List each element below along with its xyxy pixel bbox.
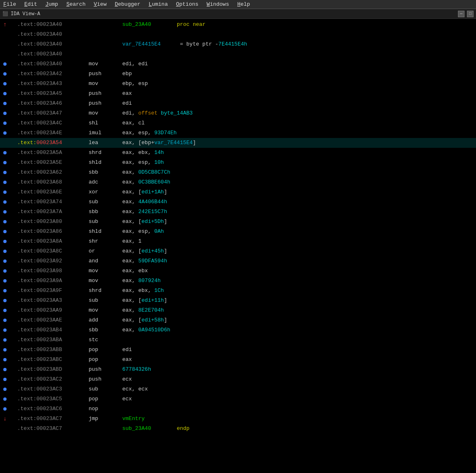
code-line: .text:00023A5E shld eax, esp, 10h — [0, 158, 476, 168]
minimize-button[interactable]: — — [458, 11, 465, 17]
code-line: .text:00023ABA stc — [0, 335, 476, 345]
code-line: .text:00023A47 mov edi, offset byte_14AB… — [0, 108, 476, 118]
arrow-down-red: ↓ — [3, 414, 7, 424]
arrow-up-red: ↑ — [3, 20, 7, 30]
ida-icon: ⬛ — [2, 11, 8, 16]
code-line: .text:00023A9A mov eax, 807924h — [0, 276, 476, 286]
code-line: .text:00023A74 sub eax, 4A406B44h — [0, 197, 476, 207]
code-line: .text:00023A86 shld eax, esp, 0Ah — [0, 227, 476, 236]
code-line-highlight: .text:00023A54 lea eax, [ebp+var_7E4415E… — [0, 138, 476, 148]
code-line: .text:00023ABC pop eax — [0, 355, 476, 365]
code-line: .text:00023AC3 sub ecx, ecx — [0, 384, 476, 394]
code-line: .text:00023A92 and eax, 59DFA594h — [0, 256, 476, 266]
menu-help[interactable]: Help — [236, 1, 252, 7]
code-line: .text:00023A62 sbb eax, 0D5CB8C7Ch — [0, 168, 476, 177]
code-line: .text:00023A8C or eax, [edi+45h] — [0, 246, 476, 256]
menu-edit[interactable]: Edit — [23, 1, 39, 7]
menu-search[interactable]: Search — [65, 1, 87, 7]
code-line: .text:00023A8A shr eax, 1 — [0, 236, 476, 246]
menu-debugger[interactable]: Debugger — [113, 1, 142, 7]
code-line: .text:00023A98 mov eax, ebx — [0, 266, 476, 276]
code-line: .text:00023A40 — [0, 30, 476, 39]
code-line: .text:00023A46 push edi — [0, 99, 476, 108]
code-line: .text:00023A4E imul eax, esp, 93D74Eh — [0, 128, 476, 138]
code-line: .text:00023A45 push eax — [0, 89, 476, 99]
code-line: .text:00023A43 mov ebp, esp — [0, 79, 476, 89]
titlebar: ⬛ IDA View-A — □ — [0, 9, 476, 19]
code-line: .text:00023AC6 nop — [0, 404, 476, 414]
code-area: ↑ .text:00023A40 sub_23A40 proc near .te… — [0, 19, 476, 473]
code-line: .text:00023ABD push 67784326h — [0, 365, 476, 374]
code-line: .text:00023AA3 sub eax, [edi+11h] — [0, 296, 476, 305]
code-line: .text:00023AA9 mov eax, 8E2E704h — [0, 305, 476, 315]
menubar: File Edit Jump Search View Debugger Lumi… — [0, 0, 476, 9]
code-line: .text:00023A80 sub eax, [edi+5Dh] — [0, 217, 476, 227]
menu-options[interactable]: Options — [174, 1, 200, 7]
code-line: .text:00023AC5 pop ecx — [0, 394, 476, 404]
code-line: .text:00023A42 push ebp — [0, 69, 476, 79]
code-line: ↑ .text:00023A40 sub_23A40 proc near — [0, 20, 476, 30]
window-title: IDA View-A — [11, 11, 40, 17]
code-line: .text:00023A68 adc eax, 0C3BBE604h — [0, 177, 476, 187]
code-line: .text:00023A9F shrd eax, ebx, 1Ch — [0, 286, 476, 296]
menu-jump[interactable]: Jump — [43, 1, 60, 7]
code-line: .text:00023AC2 push ecx — [0, 374, 476, 384]
code-line: .text:00023ABB pop edi — [0, 345, 476, 355]
code-line: .text:00023AAE add eax, [edi+58h] — [0, 315, 476, 325]
code-line: .text:00023A7A sbb eax, 242E15C7h — [0, 207, 476, 217]
code-line: .text:00023A40 var_7E4415E4 = byte ptr -… — [0, 39, 476, 49]
code-line: .text:00023A5A shrd eax, ebx, 14h — [0, 148, 476, 158]
menu-lumina[interactable]: Lumina — [147, 1, 169, 7]
maximize-button[interactable]: □ — [467, 11, 474, 17]
menu-file[interactable]: File — [2, 1, 18, 7]
code-line: .text:00023AC7 sub_23A40 endp — [0, 424, 476, 434]
code-line: ↓ .text:00023AC7 jmp vmEntry — [0, 414, 476, 424]
menu-view[interactable]: View — [92, 1, 108, 7]
code-line: .text:00023A40 mov edi, edi — [0, 59, 476, 69]
code-line: .text:00023A40 — [0, 49, 476, 59]
menu-windows[interactable]: Windows — [205, 1, 231, 7]
code-line: .text:00023AB4 sbb eax, 0A94510D6h — [0, 325, 476, 335]
code-line: .text:00023A6E xor eax, [edi+1Ah] — [0, 187, 476, 197]
code-line: .text:00023A4C shl eax, cl — [0, 118, 476, 128]
